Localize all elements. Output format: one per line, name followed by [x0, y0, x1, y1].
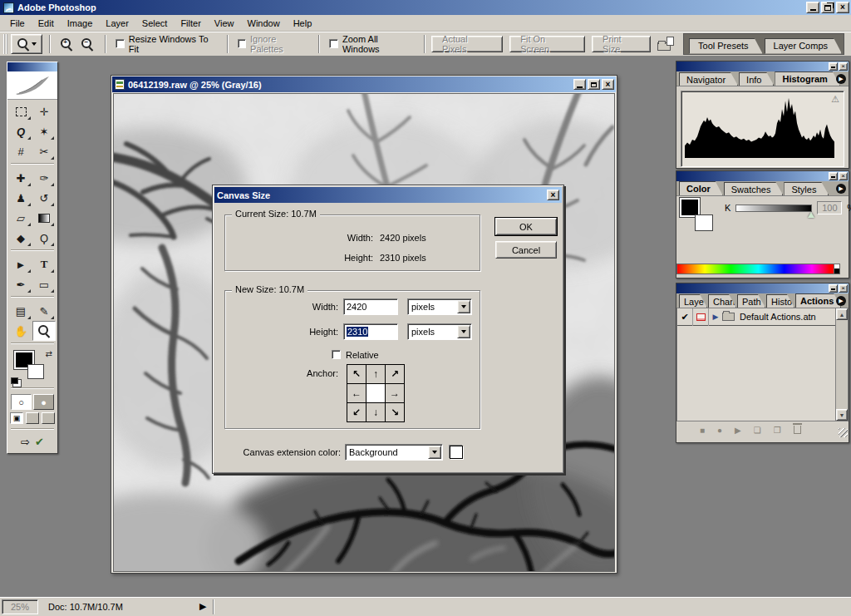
doc-maximize-button[interactable]	[588, 79, 600, 90]
width-unit-dropdown[interactable]: pixels	[407, 298, 472, 315]
k-slider[interactable]	[735, 205, 812, 212]
toggle-dialog-checkbox[interactable]	[693, 308, 709, 326]
menu-file[interactable]: File	[3, 17, 32, 30]
tool-clone-stamp[interactable]: ♟	[9, 188, 32, 208]
palette-menu-button[interactable]: ▶	[836, 184, 846, 194]
dropdown-arrow-button[interactable]	[457, 325, 470, 338]
menu-filter[interactable]: Filter	[174, 17, 207, 30]
anchor-top-right[interactable]: ↗	[386, 365, 405, 384]
zoom-all-windows-checkbox[interactable]: Zoom All Windows	[329, 34, 414, 54]
anchor-bottom[interactable]: ↓	[366, 403, 386, 422]
background-color-swatch[interactable]	[27, 364, 44, 379]
menu-edit[interactable]: Edit	[32, 17, 61, 30]
zoom-out-button[interactable]: −	[77, 35, 96, 53]
palette-close-button[interactable]: ×	[839, 62, 848, 71]
scroll-down-button[interactable]: ▼	[836, 409, 848, 421]
tool-healing-brush[interactable]: ✚	[9, 168, 32, 188]
tool-type[interactable]: T	[32, 254, 56, 274]
tab-channels[interactable]: Chan	[708, 294, 736, 308]
tab-info[interactable]: Info	[739, 72, 774, 86]
quick-mask-mode-button[interactable]: ●	[33, 394, 54, 410]
tab-layer-comps[interactable]: Layer Comps	[765, 38, 842, 54]
new-action-button[interactable]: ❐	[774, 426, 781, 435]
menu-view[interactable]: View	[208, 17, 241, 30]
background-color-swatch[interactable]	[695, 214, 713, 231]
fullscreen-button[interactable]	[42, 412, 55, 424]
menu-image[interactable]: Image	[61, 17, 100, 30]
tab-navigator[interactable]: Navigator	[679, 72, 738, 86]
dialog-close-button[interactable]: ×	[547, 190, 559, 200]
tab-tool-presets[interactable]: Tool Presets	[689, 38, 763, 54]
tab-color[interactable]: Color	[679, 181, 723, 195]
palette-menu-button[interactable]: ▶	[836, 296, 846, 306]
tool-path-select[interactable]: ►	[9, 254, 32, 274]
new-width-input[interactable]: 2420	[343, 298, 398, 315]
tool-history-brush[interactable]: ↺	[32, 188, 56, 208]
ok-button[interactable]: OK	[495, 218, 557, 235]
status-menu-arrow[interactable]: ▶	[199, 601, 206, 612]
file-browser-icon[interactable]	[657, 37, 675, 52]
tab-histogram[interactable]: Histogram	[775, 71, 839, 86]
jump-to-imageready-icon[interactable]: ⇨	[21, 436, 30, 448]
black-swatch[interactable]	[834, 269, 839, 274]
tool-magic-wand[interactable]: ✶	[32, 121, 56, 141]
tool-move[interactable]: ✛	[32, 101, 56, 121]
tool-brush[interactable]: ✑	[32, 168, 56, 188]
tool-gradient[interactable]	[32, 208, 56, 228]
action-set-row[interactable]: ✔ ▶ Default Actions.atn	[677, 308, 835, 326]
restore-button[interactable]	[821, 2, 834, 13]
k-slider-thumb[interactable]	[808, 212, 814, 218]
menu-window[interactable]: Window	[241, 17, 287, 30]
relative-checkbox[interactable]: Relative	[332, 346, 379, 363]
delete-button[interactable]	[794, 426, 801, 434]
menu-help[interactable]: Help	[287, 17, 319, 30]
palette-minimize-button[interactable]	[829, 284, 838, 293]
expand-triangle-icon[interactable]: ▶	[709, 313, 722, 321]
anchor-center[interactable]	[366, 384, 386, 403]
new-height-input[interactable]: 2310	[343, 323, 398, 340]
resize-windows-checkbox[interactable]: Resize Windows To Fit	[116, 34, 216, 54]
tool-eyedropper[interactable]: ✎	[32, 301, 56, 321]
menu-layer[interactable]: Layer	[99, 17, 135, 30]
close-button[interactable]: ×	[836, 2, 849, 13]
tab-styles[interactable]: Styles	[784, 182, 829, 195]
tool-dodge[interactable]: Ϙ	[32, 228, 56, 248]
anchor-left[interactable]: ←	[347, 384, 366, 403]
doc-close-button[interactable]: ×	[602, 79, 614, 90]
doc-minimize-button[interactable]	[573, 79, 586, 90]
standard-screen-button[interactable]: ▣	[10, 412, 23, 424]
anchor-bottom-right[interactable]: ↘	[386, 403, 405, 422]
tool-crop[interactable]: #	[9, 141, 32, 161]
toggle-item-on-checkbox[interactable]: ✔	[677, 308, 693, 326]
palette-minimize-button[interactable]	[829, 172, 838, 180]
tab-swatches[interactable]: Swatches	[724, 182, 784, 195]
tab-actions[interactable]: Actions	[795, 293, 841, 308]
anchor-right[interactable]: →	[386, 384, 405, 403]
tool-notes[interactable]: ▤	[9, 301, 32, 321]
minimize-button[interactable]	[806, 2, 819, 13]
tool-pen[interactable]: ✒	[9, 274, 32, 294]
palette-titlebar[interactable]: ×	[676, 171, 849, 181]
tool-eraser[interactable]: ▱	[9, 208, 32, 228]
play-button[interactable]: ▶	[735, 426, 741, 435]
anchor-top-left[interactable]: ↖	[347, 365, 366, 384]
tool-rect-marquee[interactable]	[9, 101, 32, 121]
tool-zoom[interactable]	[32, 321, 56, 341]
resize-grip[interactable]	[839, 428, 848, 437]
zoom-level-field[interactable]: 25%	[2, 599, 38, 614]
k-value-field[interactable]: 100	[817, 201, 842, 214]
default-colors-icon[interactable]	[11, 377, 18, 384]
tool-shape[interactable]: ▭	[32, 274, 56, 294]
palette-minimize-button[interactable]	[829, 62, 838, 71]
fullscreen-menubar-button[interactable]	[26, 412, 39, 424]
photoshop-feather-logo[interactable]	[7, 71, 57, 100]
standard-mode-button[interactable]: ○	[11, 394, 32, 410]
actions-scrollbar[interactable]: ▲ ▼	[835, 308, 848, 421]
warning-icon[interactable]: ⚠	[831, 94, 839, 105]
dropdown-arrow-button[interactable]	[457, 300, 470, 313]
dialog-titlebar[interactable]: Canvas Size ×	[214, 187, 562, 203]
tool-hand[interactable]: ✋	[9, 321, 32, 341]
tool-slice[interactable]: ✂	[32, 141, 56, 161]
color-ramp[interactable]	[676, 264, 840, 274]
anchor-bottom-left[interactable]: ↙	[347, 403, 366, 422]
